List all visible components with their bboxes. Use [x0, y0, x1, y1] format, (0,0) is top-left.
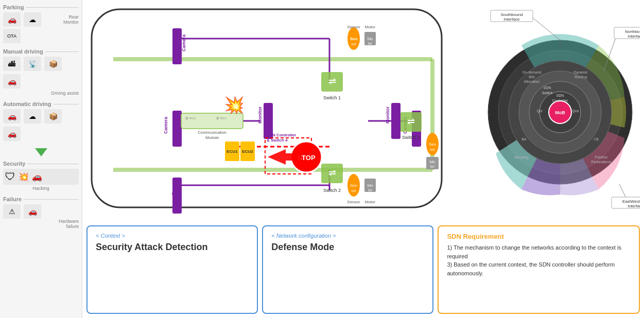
arrow-down-indicator [3, 146, 79, 158]
svg-text:Controller: Controller [552, 99, 568, 102]
svg-text:On-demand: On-demand [523, 70, 542, 74]
security-shield-icon: 🛡 [5, 171, 15, 183]
parking-rear-monitor-label: RearMonitor [63, 14, 79, 25]
manual-car-icon: 🚗 [3, 74, 21, 89]
sidebar-auto-title: Automatic driving [3, 101, 79, 107]
svg-text:CB: CB [594, 137, 599, 141]
sdn-panel: SDN Requirement 1) The mechanism to chan… [438, 225, 640, 314]
security-hack-icon: 💥 [19, 172, 29, 182]
svg-text:Switch: Switch [542, 91, 553, 95]
svg-text:Switch 2: Switch 2 [323, 188, 341, 193]
security-highlight-box: 🛡 💥 🚗 [3, 169, 79, 185]
context-panel: < Context > Security Attack Detection [86, 225, 258, 314]
svg-text:& Switch 4: & Switch 4 [267, 138, 288, 143]
svg-text:Switch 3: Switch 3 [402, 135, 420, 140]
svg-text:ECU2: ECU2 [242, 149, 253, 154]
sidebar-section-failure: Failure ⚠ 🚗 Hardwarefailure [3, 196, 79, 229]
context-title: Security Attack Detection [96, 242, 249, 253]
parking-cloud-icon: ☁ [24, 12, 41, 27]
sidebar-section-auto: Automatic driving 🚗 ☁ 📦 🚗 [3, 101, 79, 141]
svg-rect-55 [181, 113, 243, 129]
svg-text:Qos: Qos [572, 109, 579, 113]
svg-text:Interface: Interface [503, 17, 520, 22]
failure-hardware-label: Hardwarefailure [3, 219, 79, 229]
svg-text:Sensor: Sensor [347, 200, 360, 204]
svg-text:BA: BA [521, 137, 527, 141]
security-car-icon: 🚗 [32, 172, 42, 182]
manual-box-icon: 📦 [44, 57, 62, 71]
svg-text:Sen: Sen [429, 142, 436, 147]
sidebar-parking-title: Parking [3, 4, 79, 10]
svg-text:Module: Module [205, 135, 219, 140]
svg-text:Camera: Camera [171, 178, 176, 196]
sidebar-section-security: Security 🛡 💥 🚗 Hacking [3, 161, 79, 191]
svg-text:Blocking: Blocking [515, 155, 529, 160]
context-subtitle: < Context > [96, 233, 249, 239]
svg-text:Camera: Camera [181, 34, 186, 51]
svg-text:Allocation: Allocation [524, 80, 539, 83]
failure-car-icon: 🚗 [24, 204, 41, 219]
failure-warning-icon: ⚠ [3, 204, 21, 219]
svg-text:Qci: Qci [537, 109, 543, 113]
svg-text:Motor: Motor [365, 200, 376, 204]
svg-text:sor: sor [351, 189, 356, 192]
svg-text:tor: tor [368, 188, 373, 192]
manual-city-icon: 🏙 [3, 57, 21, 71]
sidebar-security-title: Security [3, 161, 79, 167]
svg-text:⇌: ⇌ [328, 168, 336, 178]
svg-text:Routing: Routing [575, 75, 587, 79]
sdn-text: 1) The mechanism to change the networks … [447, 243, 631, 277]
svg-text:Camera: Camera [163, 116, 168, 134]
parking-ota-icon: OTA [3, 29, 21, 43]
sidebar: Parking 🚗 ☁ RearMonitor OTA Manual drivi… [0, 0, 82, 318]
auto-car2-icon: 🚗 [3, 127, 21, 141]
sidebar-failure-title: Failure [3, 196, 79, 202]
parking-car-icon: 🚗 [3, 12, 21, 27]
manual-driving-assist-label: Driving assist [3, 91, 79, 96]
svg-text:tor: tor [368, 42, 373, 45]
svg-text:Switch 1: Switch 1 [323, 95, 341, 100]
sdn-title: SDN Requirement [447, 233, 631, 240]
svg-text:Interface: Interface [628, 204, 640, 208]
svg-text:Interface: Interface [628, 34, 640, 39]
auto-cloud-icon: ☁ [24, 109, 41, 123]
svg-text:Dynamic: Dynamic [573, 70, 588, 75]
svg-text:sor: sor [430, 148, 435, 151]
network-subtitle: < Network configuration > [271, 233, 424, 239]
svg-text:ECU1: ECU1 [227, 149, 238, 154]
svg-text:Mo: Mo [367, 183, 373, 188]
svg-text:All: All [558, 186, 562, 190]
auto-box-icon: 📦 [44, 109, 62, 123]
svg-text:SDN: SDN [544, 86, 551, 90]
svg-text:Sensor: Sensor [347, 25, 360, 29]
svg-text:⇌: ⇌ [407, 116, 415, 127]
svg-text:Communication: Communication [198, 130, 227, 135]
security-hacking-label: Hacking [3, 186, 79, 191]
svg-rect-14 [172, 111, 182, 147]
svg-rect-53 [391, 103, 401, 139]
network-panel: < Network configuration > Defense Mode [262, 225, 433, 314]
svg-text:Sen: Sen [350, 183, 357, 188]
svg-text:Monitor: Monitor [257, 107, 263, 123]
svg-text:BW: BW [529, 75, 535, 79]
svg-text:Southbound: Southbound [500, 12, 523, 17]
svg-text:Monitor: Monitor [385, 107, 390, 123]
svg-text:Mo: Mo [367, 37, 373, 41]
svg-text:Positive: Positive [595, 155, 608, 159]
auto-car-icon: 🚗 [3, 109, 21, 123]
svg-text:Motor: Motor [365, 25, 376, 29]
svg-text:⇌: ⇌ [328, 76, 336, 86]
sidebar-section-manual: Manual driving 🏙 📡 📦 🚗 Driving assist [3, 48, 79, 96]
svg-text:Northbound: Northbound [625, 29, 640, 34]
main-diagram: Camera Camera Camera Camera Sen sor Mo t… [82, 0, 458, 221]
svg-rect-12 [172, 28, 182, 64]
svg-text:⊙ =○○: ⊙ =○○ [216, 116, 227, 120]
svg-text:⊙ =○○: ⊙ =○○ [185, 116, 196, 120]
manual-satellite-icon: 📡 [24, 57, 41, 71]
svg-text:tor: tor [430, 165, 435, 168]
network-title: Defense Mode [271, 242, 424, 253]
svg-text:EastWestband: EastWestband [622, 199, 640, 204]
circle-diagram: MoB SDN Controller SDN Switch Qci Qos On… [480, 4, 640, 220]
svg-text:💥: 💥 [224, 95, 245, 115]
svg-text:Sen: Sen [350, 37, 358, 41]
